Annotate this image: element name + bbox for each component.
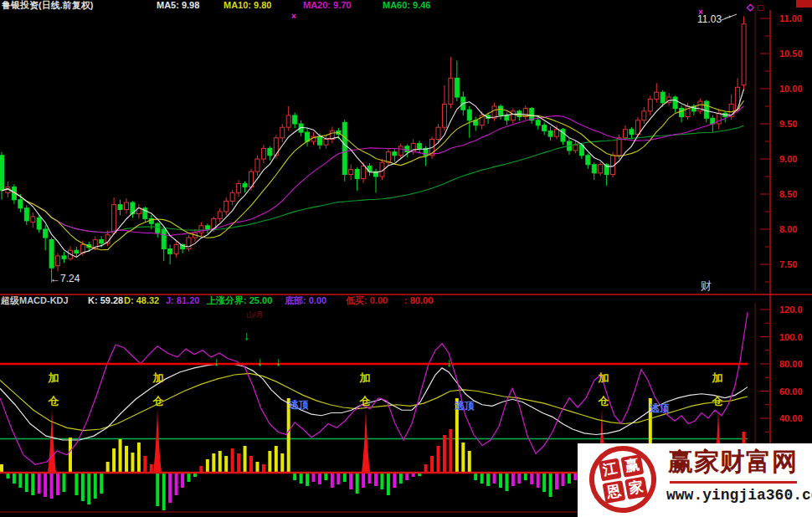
candle-body xyxy=(37,218,41,229)
candle-body xyxy=(18,200,23,208)
axis-tick-label: 100.0 xyxy=(779,332,803,342)
histogram-bar xyxy=(312,473,316,482)
axis-tick-label: 40.00 xyxy=(779,413,803,423)
histogram-bar xyxy=(131,453,134,473)
candle-body xyxy=(398,146,403,156)
histogram-bar xyxy=(387,473,390,495)
chart-canvas[interactable]: 11.0010.5010.009.509.008.508.007.50120.0… xyxy=(0,0,812,517)
sell-arrow-icon: ↓ xyxy=(257,354,264,368)
histogram-bar xyxy=(206,459,209,473)
candle-body xyxy=(286,115,290,127)
candle-body xyxy=(630,130,634,135)
histogram-bar xyxy=(393,473,396,488)
cross-mark-icon: × xyxy=(698,8,703,17)
axis-tick-label: 10.00 xyxy=(779,84,803,94)
candle-body xyxy=(342,122,347,174)
square-icon[interactable]: □ xyxy=(758,2,763,13)
cross-mark-icon: × xyxy=(291,12,296,21)
histogram-bar xyxy=(549,473,552,497)
axis-tick-label: 9.00 xyxy=(779,154,797,164)
candle-body xyxy=(505,115,509,120)
histogram-bar xyxy=(568,473,571,484)
ma-value-label: MA60: 9.46 xyxy=(383,1,430,10)
candle-body xyxy=(599,165,603,173)
histogram-bar xyxy=(511,473,515,486)
histogram-bar xyxy=(537,473,540,488)
candle-body xyxy=(237,183,241,192)
candle-body xyxy=(125,202,129,209)
candle-body xyxy=(449,78,453,104)
candle-body xyxy=(355,170,359,179)
histogram-bar xyxy=(562,473,565,486)
histogram-bar xyxy=(168,473,172,503)
candle-body xyxy=(174,244,178,253)
axis-tick-label: 8.00 xyxy=(779,224,797,234)
axis-tick-label: 11.00 xyxy=(779,13,802,23)
histogram-bar xyxy=(499,473,502,488)
histogram-bar xyxy=(486,473,490,486)
histogram-bar xyxy=(156,473,159,506)
seal-char: 赢 xyxy=(620,454,644,478)
histogram-bar xyxy=(181,473,184,488)
histogram-bar xyxy=(300,473,303,484)
indicator-header-item: J: 81.20 xyxy=(166,296,199,305)
indicator-header-item: 上涨分界: 25.00 xyxy=(207,296,272,305)
histogram-bar xyxy=(237,453,240,473)
histogram-bar xyxy=(94,473,97,499)
watermark: 江 赢 恩 家 赢家财富网 www.yingjia360.com xyxy=(578,443,812,517)
candle-body xyxy=(293,115,297,124)
histogram-bar xyxy=(25,473,28,492)
candle-body xyxy=(24,208,28,221)
candle-body xyxy=(455,78,459,97)
histogram-bar xyxy=(349,473,352,489)
candle-body xyxy=(255,159,260,171)
histogram-bar xyxy=(362,473,365,488)
histogram-bar xyxy=(443,435,446,473)
candle-body xyxy=(648,100,652,111)
candle-body xyxy=(44,229,48,238)
seal-char: 家 xyxy=(624,476,648,499)
histogram-bar xyxy=(530,473,533,484)
indicator-header-item: K: 59.28 xyxy=(88,296,123,305)
faint-watermark-text: 山/月 xyxy=(246,310,264,320)
candle-body xyxy=(393,152,397,156)
indicator-header-item: D: 48.32 xyxy=(124,296,159,305)
histogram-bar xyxy=(437,446,440,473)
candle-body xyxy=(62,256,66,258)
histogram-bar xyxy=(112,448,116,473)
candle-body xyxy=(467,110,471,120)
histogram-bar xyxy=(255,462,259,473)
cai-toolbar-glyph[interactable]: 财 xyxy=(701,279,712,294)
candle-body xyxy=(31,217,35,223)
axis-tick-label: 120.0 xyxy=(779,305,803,315)
candle-body xyxy=(100,240,104,243)
histogram-bar xyxy=(374,473,378,486)
axis-tick-label: 9.50 xyxy=(779,119,797,129)
histogram-bar xyxy=(275,446,278,473)
indicator-header-item: 底部: 0.00 xyxy=(285,296,326,305)
candle-body xyxy=(405,146,409,152)
axis-tick-label: 80.00 xyxy=(779,359,803,369)
low-price-annotation: ←7.24 xyxy=(50,273,80,284)
histogram-bar xyxy=(517,473,521,484)
histogram-bar xyxy=(162,473,166,510)
candle-body xyxy=(418,144,422,149)
candle-body xyxy=(349,170,353,175)
candle-body xyxy=(555,130,559,136)
J-line xyxy=(0,312,748,464)
histogram-bar xyxy=(100,473,103,494)
add-position-label: 加仓 xyxy=(598,371,609,407)
escape-top-label: 逃顶 xyxy=(454,400,475,412)
watermark-seal-grid: 江 赢 恩 家 xyxy=(599,454,649,504)
histogram-bar xyxy=(555,473,558,489)
candle-body xyxy=(317,136,321,145)
histogram-bar xyxy=(337,473,340,484)
diamond-icon[interactable]: ◇ xyxy=(747,2,753,13)
candle-body xyxy=(499,106,503,115)
candle-body xyxy=(548,131,552,136)
histogram-bar xyxy=(212,453,215,473)
candle-body xyxy=(362,166,366,178)
seal-char: 恩 xyxy=(603,480,626,504)
seal-char: 江 xyxy=(599,458,622,482)
candle-body xyxy=(268,148,272,155)
